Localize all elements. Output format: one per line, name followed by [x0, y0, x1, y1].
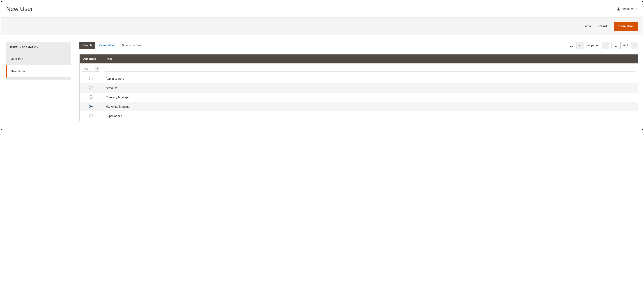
page-title: New User	[6, 6, 33, 12]
save-user-button[interactable]: Save User	[614, 22, 638, 31]
caret-down-icon: ▼	[579, 44, 581, 46]
assigned-radio[interactable]	[89, 86, 92, 90]
reset-filter-link[interactable]: Reset Filter	[99, 44, 114, 47]
assigned-filter-value: Any	[82, 66, 95, 72]
table-row[interactable]: Marketing Manager	[80, 102, 638, 112]
per-page-dropdown-button[interactable]: ▼	[576, 42, 584, 49]
search-button[interactable]: Search	[80, 42, 95, 49]
per-page-input[interactable]	[567, 42, 576, 49]
main-panel: Search Reset Filter 5 records found ▼ pe…	[80, 42, 638, 121]
arrow-left-icon: ←	[578, 24, 581, 28]
table-row[interactable]: Super-admin	[80, 112, 638, 121]
assigned-filter-dropdown-button[interactable]: ▼	[95, 66, 99, 72]
assigned-radio[interactable]	[89, 76, 92, 80]
chevron-right-icon: ›	[634, 44, 635, 47]
sidebar-item-user-role[interactable]: User Role	[6, 65, 71, 78]
user-icon	[617, 7, 620, 11]
sidebar-item-user-info[interactable]: User Info	[6, 53, 71, 65]
role-name-cell: Super-admin	[102, 112, 638, 121]
sidebar-item-label: User Role	[11, 70, 25, 73]
column-header-assigned[interactable]: Assigned	[80, 54, 102, 64]
account-username: demouser	[622, 7, 634, 10]
assigned-radio[interactable]	[89, 95, 92, 99]
table-row[interactable]: Category Manager	[80, 93, 638, 102]
next-page-button[interactable]: ›	[631, 42, 638, 49]
account-menu[interactable]: demouser ▼	[617, 7, 638, 11]
role-name-cell: demouser	[102, 84, 638, 93]
page-header: New User demouser ▼	[1, 1, 643, 18]
caret-down-icon: ▼	[96, 68, 98, 70]
role-name-cell: Administrators	[102, 74, 638, 84]
reset-label: Reset	[598, 24, 607, 28]
reset-button[interactable]: Reset	[598, 24, 607, 28]
table-row[interactable]: Administrators	[80, 74, 638, 84]
assigned-radio[interactable]	[89, 104, 92, 108]
records-found-label: 5 records found	[122, 44, 144, 47]
per-page-label: per page	[586, 44, 598, 47]
column-header-role[interactable]: Role	[102, 54, 638, 64]
sidebar-footer	[6, 78, 71, 80]
role-filter-input[interactable]	[104, 66, 635, 72]
role-name-cell: Marketing Manager	[102, 102, 638, 112]
roles-grid: Assigned Role Any ▼	[80, 54, 638, 121]
pagination-group: ‹ of 1 ›	[602, 42, 638, 49]
chevron-left-icon: ‹	[605, 44, 606, 47]
role-name-cell: Category Manager	[102, 93, 638, 102]
caret-down-icon: ▼	[636, 8, 638, 10]
page-total-label: of 1	[623, 44, 628, 47]
grid-toolbar: Search Reset Filter 5 records found ▼ pe…	[80, 42, 638, 49]
table-row[interactable]: demouser	[80, 84, 638, 93]
page-number-input[interactable]	[611, 42, 621, 49]
back-button[interactable]: ← Back	[578, 24, 591, 28]
action-bar: ← Back Reset Save User	[1, 18, 643, 35]
assigned-filter-select[interactable]: Any ▼	[82, 66, 99, 72]
per-page-group: ▼ per page	[567, 42, 598, 49]
admin-window: New User demouser ▼ ← Back Reset Save Us…	[1, 1, 643, 130]
filter-row: Any ▼	[80, 64, 638, 74]
prev-page-button[interactable]: ‹	[602, 42, 609, 49]
back-label: Back	[584, 24, 591, 28]
assigned-radio[interactable]	[89, 114, 92, 118]
sidebar-item-label: User Info	[11, 57, 23, 60]
sidebar: USER INFORMATION User Info User Role	[6, 42, 71, 80]
sidebar-heading: USER INFORMATION	[6, 42, 71, 53]
content-area: USER INFORMATION User Info User Role Sea…	[1, 35, 643, 123]
